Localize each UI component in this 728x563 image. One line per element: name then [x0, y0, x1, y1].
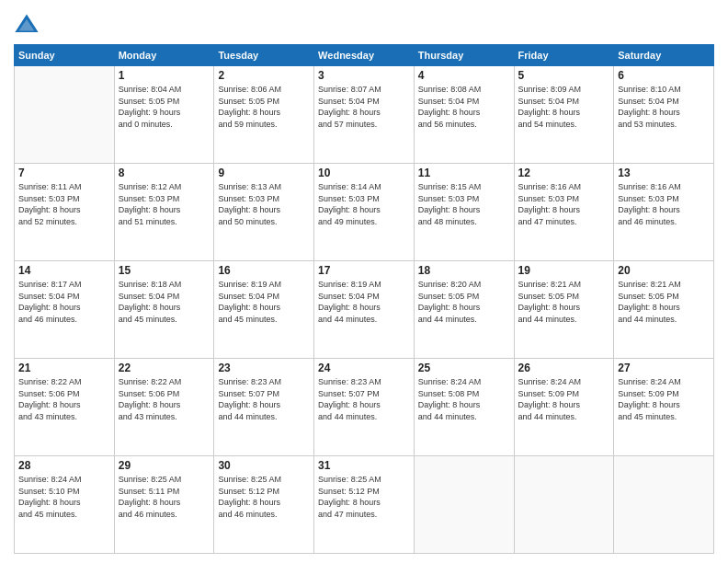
cell-info: Sunrise: 8:15 AM Sunset: 5:03 PM Dayligh…	[418, 181, 510, 227]
logo	[14, 13, 43, 39]
day-number: 6	[618, 69, 710, 82]
day-number: 11	[418, 167, 510, 179]
day-number: 9	[218, 167, 310, 179]
day-number: 17	[318, 264, 410, 277]
calendar-cell: 26Sunrise: 8:24 AM Sunset: 5:09 PM Dayli…	[514, 359, 614, 456]
day-number: 16	[218, 264, 310, 277]
day-number: 27	[618, 362, 710, 374]
day-number: 7	[18, 167, 110, 179]
day-number: 23	[218, 362, 310, 374]
day-number: 10	[318, 167, 410, 179]
cell-info: Sunrise: 8:12 AM Sunset: 5:03 PM Dayligh…	[119, 181, 210, 227]
week-row-0: 1Sunrise: 8:04 AM Sunset: 5:05 PM Daylig…	[15, 66, 714, 164]
calendar-cell: 14Sunrise: 8:17 AM Sunset: 5:04 PM Dayli…	[15, 261, 115, 359]
cell-info: Sunrise: 8:22 AM Sunset: 5:06 PM Dayligh…	[119, 376, 210, 422]
cell-info: Sunrise: 8:09 AM Sunset: 5:04 PM Dayligh…	[518, 84, 610, 130]
day-number: 20	[618, 264, 710, 277]
cell-info: Sunrise: 8:19 AM Sunset: 5:04 PM Dayligh…	[218, 279, 310, 325]
cell-info: Sunrise: 8:16 AM Sunset: 5:03 PM Dayligh…	[518, 181, 610, 227]
day-number: 30	[218, 459, 310, 472]
day-number: 26	[518, 362, 610, 374]
calendar-cell: 30Sunrise: 8:25 AM Sunset: 5:12 PM Dayli…	[214, 456, 314, 554]
calendar-cell: 4Sunrise: 8:08 AM Sunset: 5:04 PM Daylig…	[414, 66, 514, 164]
calendar-cell: 13Sunrise: 8:16 AM Sunset: 5:03 PM Dayli…	[614, 164, 714, 261]
week-row-3: 21Sunrise: 8:22 AM Sunset: 5:06 PM Dayli…	[15, 359, 714, 456]
week-row-4: 28Sunrise: 8:24 AM Sunset: 5:10 PM Dayli…	[15, 456, 714, 554]
day-number: 2	[218, 69, 310, 82]
header	[14, 9, 714, 39]
calendar-cell: 27Sunrise: 8:24 AM Sunset: 5:09 PM Dayli…	[614, 359, 714, 456]
calendar-cell: 6Sunrise: 8:10 AM Sunset: 5:04 PM Daylig…	[614, 66, 714, 164]
day-number: 3	[318, 69, 410, 82]
day-number: 24	[318, 362, 410, 374]
cell-info: Sunrise: 8:25 AM Sunset: 5:12 PM Dayligh…	[218, 474, 310, 520]
day-number: 4	[418, 69, 510, 82]
page: SundayMondayTuesdayWednesdayThursdayFrid…	[0, 0, 728, 563]
cell-info: Sunrise: 8:18 AM Sunset: 5:04 PM Dayligh…	[119, 279, 210, 325]
calendar-cell: 20Sunrise: 8:21 AM Sunset: 5:05 PM Dayli…	[614, 261, 714, 359]
calendar-cell: 19Sunrise: 8:21 AM Sunset: 5:05 PM Dayli…	[514, 261, 614, 359]
day-number: 25	[418, 362, 510, 374]
calendar-cell: 2Sunrise: 8:06 AM Sunset: 5:05 PM Daylig…	[214, 66, 314, 164]
day-number: 29	[119, 459, 210, 472]
day-number: 22	[119, 362, 210, 374]
calendar-cell: 16Sunrise: 8:19 AM Sunset: 5:04 PM Dayli…	[214, 261, 314, 359]
calendar-cell: 28Sunrise: 8:24 AM Sunset: 5:10 PM Dayli…	[15, 456, 115, 554]
calendar-cell: 5Sunrise: 8:09 AM Sunset: 5:04 PM Daylig…	[514, 66, 614, 164]
calendar-cell	[414, 456, 514, 554]
cell-info: Sunrise: 8:16 AM Sunset: 5:03 PM Dayligh…	[618, 181, 710, 227]
day-number: 8	[119, 167, 210, 179]
calendar-cell: 18Sunrise: 8:20 AM Sunset: 5:05 PM Dayli…	[414, 261, 514, 359]
cell-info: Sunrise: 8:21 AM Sunset: 5:05 PM Dayligh…	[618, 279, 710, 325]
day-number: 19	[518, 264, 610, 277]
cell-info: Sunrise: 8:04 AM Sunset: 5:05 PM Dayligh…	[119, 84, 210, 130]
calendar-cell: 23Sunrise: 8:23 AM Sunset: 5:07 PM Dayli…	[214, 359, 314, 456]
cell-info: Sunrise: 8:08 AM Sunset: 5:04 PM Dayligh…	[418, 84, 510, 130]
cell-info: Sunrise: 8:24 AM Sunset: 5:08 PM Dayligh…	[418, 376, 510, 422]
calendar-cell: 12Sunrise: 8:16 AM Sunset: 5:03 PM Dayli…	[514, 164, 614, 261]
calendar-cell: 15Sunrise: 8:18 AM Sunset: 5:04 PM Dayli…	[114, 261, 214, 359]
day-number: 21	[18, 362, 110, 374]
cell-info: Sunrise: 8:19 AM Sunset: 5:04 PM Dayligh…	[318, 279, 410, 325]
calendar-cell: 24Sunrise: 8:23 AM Sunset: 5:07 PM Dayli…	[314, 359, 415, 456]
calendar-cell: 7Sunrise: 8:11 AM Sunset: 5:03 PM Daylig…	[15, 164, 115, 261]
day-header-saturday: Saturday	[614, 45, 714, 66]
day-number: 28	[18, 459, 110, 472]
day-number: 5	[518, 69, 610, 82]
calendar-cell: 29Sunrise: 8:25 AM Sunset: 5:11 PM Dayli…	[114, 456, 214, 554]
calendar-cell	[15, 66, 115, 164]
calendar-cell: 10Sunrise: 8:14 AM Sunset: 5:03 PM Dayli…	[314, 164, 415, 261]
day-number: 13	[618, 167, 710, 179]
cell-info: Sunrise: 8:25 AM Sunset: 5:11 PM Dayligh…	[119, 474, 210, 520]
day-number: 12	[518, 167, 610, 179]
calendar-cell: 25Sunrise: 8:24 AM Sunset: 5:08 PM Dayli…	[414, 359, 514, 456]
day-header-sunday: Sunday	[15, 45, 115, 66]
day-number: 18	[418, 264, 510, 277]
calendar-cell: 22Sunrise: 8:22 AM Sunset: 5:06 PM Dayli…	[114, 359, 214, 456]
day-header-thursday: Thursday	[414, 45, 514, 66]
cell-info: Sunrise: 8:24 AM Sunset: 5:09 PM Dayligh…	[618, 376, 710, 422]
cell-info: Sunrise: 8:13 AM Sunset: 5:03 PM Dayligh…	[218, 181, 310, 227]
cell-info: Sunrise: 8:10 AM Sunset: 5:04 PM Dayligh…	[618, 84, 710, 130]
cell-info: Sunrise: 8:14 AM Sunset: 5:03 PM Dayligh…	[318, 181, 410, 227]
calendar-table: SundayMondayTuesdayWednesdayThursdayFrid…	[14, 44, 714, 554]
calendar-cell: 9Sunrise: 8:13 AM Sunset: 5:03 PM Daylig…	[214, 164, 314, 261]
day-number: 31	[318, 459, 410, 472]
calendar-cell	[514, 456, 614, 554]
week-row-2: 14Sunrise: 8:17 AM Sunset: 5:04 PM Dayli…	[15, 261, 714, 359]
header-row: SundayMondayTuesdayWednesdayThursdayFrid…	[15, 45, 714, 66]
calendar-cell: 1Sunrise: 8:04 AM Sunset: 5:05 PM Daylig…	[114, 66, 214, 164]
day-number: 15	[119, 264, 210, 277]
cell-info: Sunrise: 8:20 AM Sunset: 5:05 PM Dayligh…	[418, 279, 510, 325]
cell-info: Sunrise: 8:24 AM Sunset: 5:09 PM Dayligh…	[518, 376, 610, 422]
week-row-1: 7Sunrise: 8:11 AM Sunset: 5:03 PM Daylig…	[15, 164, 714, 261]
cell-info: Sunrise: 8:24 AM Sunset: 5:10 PM Dayligh…	[18, 474, 110, 520]
day-number: 1	[119, 69, 210, 82]
calendar-cell: 31Sunrise: 8:25 AM Sunset: 5:12 PM Dayli…	[314, 456, 415, 554]
cell-info: Sunrise: 8:23 AM Sunset: 5:07 PM Dayligh…	[318, 376, 410, 422]
logo-icon	[14, 13, 40, 39]
cell-info: Sunrise: 8:21 AM Sunset: 5:05 PM Dayligh…	[518, 279, 610, 325]
cell-info: Sunrise: 8:07 AM Sunset: 5:04 PM Dayligh…	[318, 84, 410, 130]
cell-info: Sunrise: 8:23 AM Sunset: 5:07 PM Dayligh…	[218, 376, 310, 422]
calendar-cell: 3Sunrise: 8:07 AM Sunset: 5:04 PM Daylig…	[314, 66, 415, 164]
